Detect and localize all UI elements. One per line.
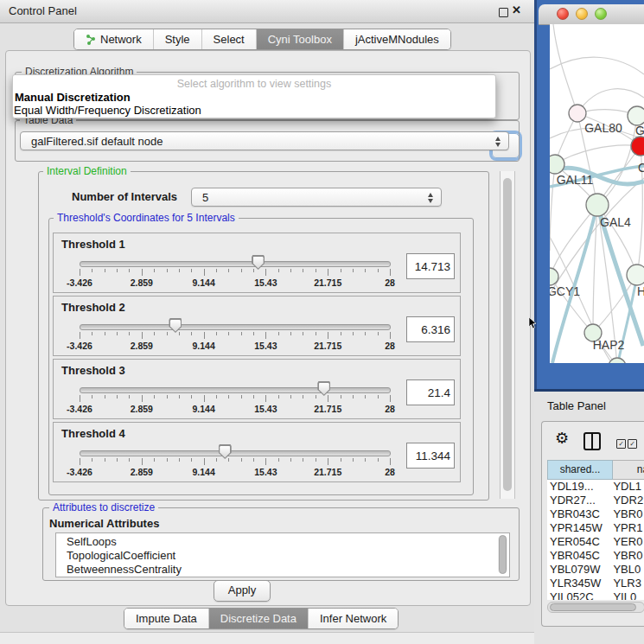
tick-mark: [390, 395, 391, 402]
table-row[interactable]: YBR043CYBR0: [547, 507, 644, 521]
threshold-value-field[interactable]: 11.344: [406, 443, 455, 469]
zoom-traffic-light[interactable]: [595, 8, 607, 20]
checkbox-icon[interactable]: ✓: [628, 439, 637, 449]
checkbox-icon[interactable]: ✓: [616, 439, 626, 449]
tab-label: Style: [165, 29, 190, 49]
tick-mark: [167, 458, 168, 462]
table-row[interactable]: YPR145WYPR1: [547, 521, 644, 535]
tick-mark: [204, 395, 205, 402]
table-row[interactable]: YLR345WYLR3: [547, 577, 644, 590]
slider-handle[interactable]: [169, 318, 182, 333]
slider-ticks: [80, 269, 390, 277]
tick-mark: [278, 269, 279, 272]
numerical-attributes-list[interactable]: SelfLoopsTopologicalCoefficientBetweenne…: [55, 532, 510, 577]
tick-mark: [129, 395, 130, 399]
tab-style[interactable]: Style: [153, 29, 201, 49]
threshold-value-field[interactable]: 14.713: [406, 253, 455, 279]
number-of-intervals-combobox[interactable]: 5: [191, 188, 442, 207]
tab-network[interactable]: Network: [74, 29, 153, 49]
split-columns-icon[interactable]: [583, 432, 601, 450]
node-label: H: [637, 284, 644, 298]
network-node-ga[interactable]: [628, 106, 644, 125]
attribute-list-item[interactable]: BetweennessCentrality: [67, 563, 509, 577]
table-row[interactable]: YBL079WYBL0: [547, 563, 644, 577]
tab-cyni-toolbox[interactable]: Cyni Toolbox: [256, 29, 343, 49]
combo-stepper-icon: [428, 192, 434, 204]
table-row[interactable]: YIL052CYIL0: [547, 590, 644, 600]
tick-label: 28: [385, 467, 395, 477]
table-panel-title: Table Panel: [547, 399, 606, 412]
tab-impute-data[interactable]: Impute Data: [124, 609, 208, 628]
tick-mark: [303, 458, 303, 462]
column-header-shared[interactable]: shared...: [547, 460, 613, 480]
tick-mark: [142, 395, 143, 402]
attribute-list-item[interactable]: SelfLoops: [67, 535, 509, 549]
node-label: GAL11: [557, 173, 594, 187]
slider-handle[interactable]: [219, 444, 232, 459]
table-row[interactable]: YBR045CYBR0: [547, 549, 644, 563]
tick-mark: [191, 269, 192, 272]
slider-handle[interactable]: [317, 381, 330, 396]
network-canvas[interactable]: GAL80GACGAL11GAL4GCY1HHAP2: [550, 24, 644, 363]
gear-icon[interactable]: ⚙: [555, 430, 569, 446]
scrollbar-thumb[interactable]: [550, 603, 636, 611]
list-vertical-scrollbar[interactable]: [498, 535, 507, 574]
number-of-intervals-label: Number of Intervals: [72, 190, 177, 203]
tick-mark: [80, 395, 80, 402]
network-node-gal4[interactable]: [586, 194, 609, 216]
table-row[interactable]: YDL19...YDL1: [547, 480, 644, 494]
slider-track[interactable]: [80, 324, 391, 330]
network-node-gal11[interactable]: [550, 155, 564, 174]
float-icon[interactable]: [499, 8, 508, 17]
table-data-combobox[interactable]: galFiltered.sif default node: [20, 131, 509, 150]
dropdown-option-manual-discretization[interactable]: Manual Discretization: [15, 91, 131, 104]
minimize-traffic-light[interactable]: [576, 8, 588, 20]
bottom-tabbar: Impute Data Discretize Data Infer Networ…: [124, 608, 399, 629]
table-row[interactable]: YER054CYER0: [547, 535, 644, 549]
tick-mark: [228, 332, 229, 335]
dropdown-option-equal-width-frequency[interactable]: Equal Width/Frequency Discretization: [14, 104, 201, 117]
network-node-gal80[interactable]: [569, 105, 586, 122]
tick-mark: [303, 395, 303, 399]
slider-track[interactable]: [80, 387, 391, 393]
column-header-name[interactable]: na: [613, 460, 644, 480]
tick-mark: [328, 332, 328, 339]
threshold-panel: Threshold 2-3.4262.8599.14415.4321.71528…: [53, 296, 461, 356]
slider-track[interactable]: [80, 450, 391, 456]
tick-mark: [179, 458, 180, 462]
scrollbar-thumb[interactable]: [499, 535, 507, 574]
table-data-value: galFiltered.sif default node: [31, 135, 163, 148]
tab-discretize-data[interactable]: Discretize Data: [208, 609, 308, 628]
tab-infer-network[interactable]: Infer Network: [308, 609, 398, 628]
tab-label: jActiveMNodules: [355, 29, 439, 49]
network-icon: [86, 34, 96, 45]
scrollbar-thumb[interactable]: [503, 178, 512, 491]
tick-mark: [378, 458, 379, 462]
panel-vertical-scrollbar[interactable]: [500, 171, 515, 499]
close-traffic-light[interactable]: [557, 8, 569, 20]
tick-mark: [216, 395, 217, 399]
dropdown-prompt-item[interactable]: Select algorithm to view settings: [13, 78, 495, 90]
tick-label: 9.144: [192, 277, 214, 288]
tab-select[interactable]: Select: [201, 29, 256, 49]
threshold-value-field[interactable]: 21.4: [406, 379, 455, 405]
attribute-list-item[interactable]: TopologicalCoefficient: [67, 549, 509, 563]
screen: Control Panel ✕ Network Style Select Cyn…: [0, 0, 644, 644]
table-row[interactable]: YDR27...YDR2: [547, 494, 644, 507]
threshold-value-field[interactable]: 6.316: [406, 316, 455, 342]
tick-mark: [216, 458, 217, 462]
close-icon[interactable]: ✕: [512, 3, 521, 16]
threshold-label: Threshold 4: [61, 427, 125, 440]
apply-button[interactable]: Apply: [214, 580, 271, 602]
table-cell-shared-name: YDR27...: [547, 494, 609, 507]
tick-mark: [390, 332, 391, 339]
network-node-h[interactable]: [627, 265, 644, 285]
node-label: GA: [635, 124, 644, 137]
slider-track[interactable]: [80, 261, 391, 267]
table-horizontal-scrollbar[interactable]: [547, 602, 644, 613]
tab-jactivemnodules[interactable]: jActiveMNodules: [343, 29, 450, 49]
table-cell-name: YLR3: [609, 577, 644, 590]
slider-handle[interactable]: [252, 255, 265, 270]
tick-mark: [117, 458, 118, 462]
control-panel-titlebar: Control Panel ✕: [0, 0, 534, 23]
